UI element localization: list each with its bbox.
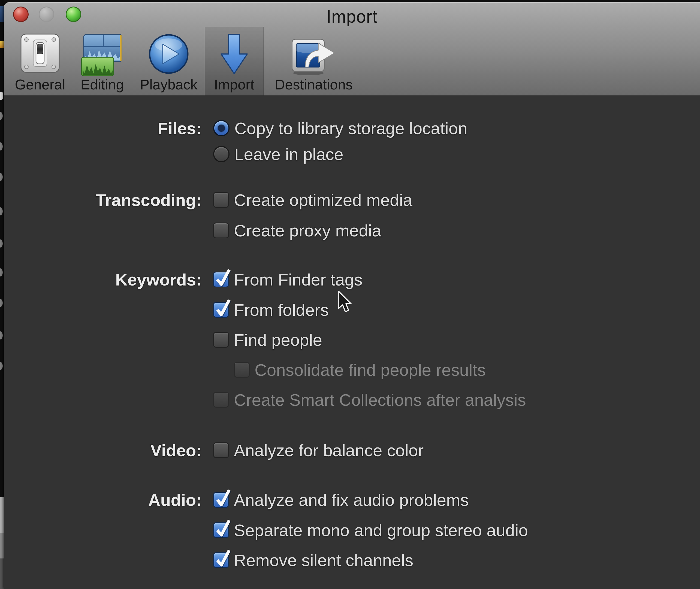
background-bump (0, 299, 3, 307)
checkbox-label[interactable]: Analyze and fix audio problems (234, 490, 469, 510)
checkmark-icon (213, 487, 231, 508)
tab-playback-label: Playback (140, 76, 198, 93)
section-label-files: Files: (46, 119, 202, 138)
screen: Import (0, 0, 700, 589)
checkbox-from-finder-tags[interactable] (213, 271, 229, 287)
tab-editing[interactable]: Editing (73, 27, 132, 95)
share-icon (290, 33, 338, 77)
play-icon (147, 33, 191, 77)
tab-playback[interactable]: Playback (140, 27, 198, 95)
checkbox-label: Create Smart Collections after analysis (234, 390, 526, 410)
tab-destinations[interactable]: Destinations (285, 27, 343, 95)
checkbox-row-consolidate-find-people: Consolidate find people results (4, 361, 700, 379)
minimize-button (39, 7, 54, 22)
timeline-icon (80, 33, 124, 77)
background-app-edge (0, 0, 4, 589)
checkbox-find-people[interactable] (213, 332, 229, 348)
checkbox-label[interactable]: Create optimized media (234, 190, 412, 210)
background-bump (0, 142, 3, 151)
checkbox-remove-silent-channels[interactable] (213, 552, 229, 568)
tab-destinations-label: Destinations (267, 76, 360, 93)
background-orange-block (0, 41, 4, 48)
background-bump (0, 239, 3, 248)
background-bottom-block (0, 559, 4, 589)
checkbox-row-find-people: Find people (4, 331, 700, 349)
background-bump (0, 331, 3, 340)
checkmark-icon (213, 297, 231, 318)
down-arrow-icon (216, 33, 252, 77)
background-light-dash (0, 91, 3, 100)
tab-import-label: Import (205, 76, 263, 93)
checkmark-icon (213, 547, 231, 568)
checkbox-consolidate-find-people (234, 362, 250, 378)
radio-row-copy-to-library: Files: Copy to library storage location (4, 120, 700, 137)
background-mid-block (0, 533, 4, 559)
radio-dot (218, 125, 225, 132)
window-title: Import (4, 7, 700, 27)
checkmark-icon (213, 517, 231, 538)
background-bump (0, 207, 3, 215)
checkbox-label[interactable]: Separate mono and group stereo audio (234, 521, 528, 540)
checkbox-row-analyze-fix-audio: Audio: Analyze and fix audio problems (4, 491, 700, 509)
checkbox-row-remove-silent-channels: Remove silent channels (4, 551, 700, 569)
switch-icon (20, 33, 60, 75)
checkbox-analyze-fix-audio[interactable] (213, 492, 229, 508)
zoom-button[interactable] (66, 7, 81, 22)
checkbox-separate-mono[interactable] (213, 522, 229, 538)
mouse-cursor-icon (337, 290, 355, 316)
preferences-window: Import (4, 2, 700, 589)
checkbox-create-proxy-media[interactable] (213, 222, 229, 238)
checkbox-row-create-proxy-media: Create proxy media (4, 222, 700, 239)
section-label-keywords: Keywords: (46, 270, 202, 289)
checkbox-label: Consolidate find people results (255, 360, 486, 380)
checkmark-icon (213, 266, 231, 288)
checkbox-row-analyze-balance-color: Video: Analyze for balance color (4, 441, 700, 459)
checkbox-label[interactable]: Remove silent channels (234, 551, 413, 570)
checkbox-label[interactable]: Find people (234, 330, 322, 350)
checkbox-from-folders[interactable] (213, 302, 229, 318)
background-blue-block (0, 6, 4, 22)
section-label-audio: Audio: (46, 490, 202, 510)
background-bump (0, 173, 3, 181)
tab-import[interactable]: Import (205, 27, 264, 95)
tab-general-label: General (11, 76, 69, 93)
checkbox-create-optimized-media[interactable] (213, 192, 229, 208)
checkbox-row-from-finder-tags: Keywords: From Finder tags (4, 271, 700, 288)
background-light-block (0, 497, 4, 533)
tab-editing-label: Editing (73, 76, 132, 93)
section-label-transcoding: Transcoding: (46, 190, 202, 210)
tab-general[interactable]: General (11, 27, 69, 95)
background-bump (0, 362, 3, 370)
checkbox-row-create-smart-collections: Create Smart Collections after analysis (4, 391, 700, 408)
section-label-video: Video: (46, 441, 202, 460)
radio-copy-to-library[interactable] (213, 120, 230, 136)
radio-label[interactable]: Copy to library storage location (234, 119, 467, 138)
checkbox-create-smart-collections (213, 392, 229, 408)
checkbox-row-create-optimized-media: Transcoding: Create optimized media (4, 191, 700, 209)
background-bump (0, 112, 3, 120)
checkbox-analyze-balance-color[interactable] (213, 442, 229, 458)
checkbox-label[interactable]: Analyze for balance color (234, 441, 424, 460)
checkbox-label[interactable]: From folders (234, 300, 329, 320)
radio-label[interactable]: Leave in place (234, 145, 343, 164)
checkbox-label[interactable]: Create proxy media (234, 221, 381, 240)
radio-leave-in-place[interactable] (213, 146, 230, 162)
close-button[interactable] (13, 7, 29, 22)
checkbox-label[interactable]: From Finder tags (234, 270, 363, 289)
background-bump (0, 268, 3, 276)
checkbox-row-separate-mono: Separate mono and group stereo audio (4, 521, 700, 539)
radio-row-leave-in-place: Leave in place (4, 145, 700, 163)
toolbar: Import (4, 2, 700, 96)
